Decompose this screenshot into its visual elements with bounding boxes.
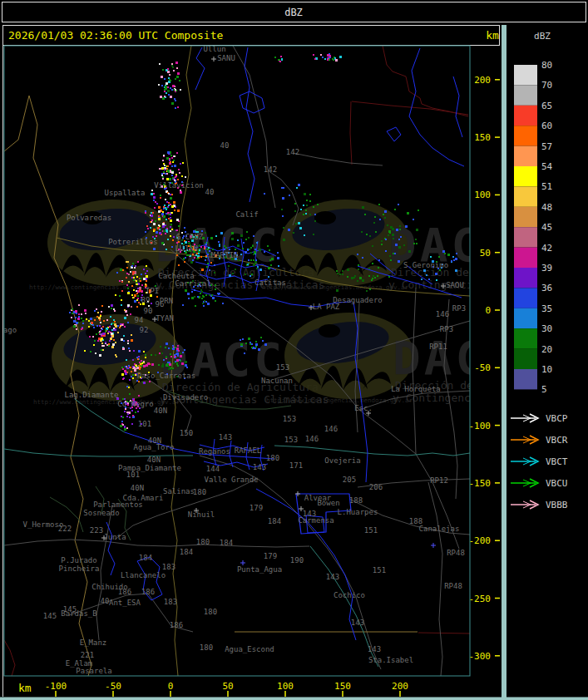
place-label: Reganos xyxy=(199,447,230,456)
scale-tick-label: 60 xyxy=(541,121,552,131)
right-axis-tick-label: -300 xyxy=(469,651,492,662)
place-label: 40N xyxy=(154,407,167,415)
svg-text:http://www.contingencias.mendo: http://www.contingencias.mendoza.gov.ar xyxy=(266,397,413,404)
place-label: S.Geronimo xyxy=(403,261,448,269)
place-label: Potrerillos xyxy=(108,238,158,246)
scale-tick-label: 35 xyxy=(541,303,552,314)
scale-tick-label: 10 xyxy=(541,364,552,375)
place-label: MARTIN xyxy=(211,251,239,259)
legend-item-label: VBCP xyxy=(546,413,568,424)
place-label: 143 xyxy=(351,619,364,627)
place-label: 183 xyxy=(164,598,177,606)
place-label: SAOU xyxy=(446,281,464,289)
place-label: 184 xyxy=(180,548,193,556)
place-label: Sta.Isabel xyxy=(368,656,413,664)
place-label: Canalejas xyxy=(419,525,460,533)
place-label: Pincheira xyxy=(59,564,100,573)
place-label: Cochico xyxy=(334,591,365,599)
place-label: 153 xyxy=(284,436,298,444)
place-label: Ant_ESA xyxy=(109,599,141,607)
place-label: LUJAN xyxy=(175,244,197,253)
place-label: 94 xyxy=(135,316,144,324)
place-label: Valle Grande xyxy=(204,476,258,484)
place-label: Bardas_B xyxy=(61,609,96,618)
bottom-axis-tick-label: -100 xyxy=(45,681,67,692)
legend-item-label: VBCT xyxy=(546,456,568,467)
place-label: Salinas xyxy=(163,487,195,495)
place-label: 188 xyxy=(409,517,422,525)
place-label: 180 xyxy=(266,454,279,462)
place-label: TPI xyxy=(146,287,159,295)
scale-tick-label: 51 xyxy=(541,181,552,192)
place-label: 151 xyxy=(373,566,386,574)
scale-swatch xyxy=(514,65,537,85)
place-label: 221 xyxy=(81,651,94,659)
bottom-axis-tick-label: 200 xyxy=(392,681,408,692)
page-title: dBZ xyxy=(284,7,303,18)
place-label: 40 xyxy=(101,597,110,605)
place-label: 153 xyxy=(276,363,289,372)
place-label: Sosneado xyxy=(83,509,119,517)
place-label: RP3 xyxy=(452,304,466,313)
place-label: Nihuil xyxy=(188,510,215,519)
place-label: 146 xyxy=(324,425,338,433)
place-label: 205 xyxy=(343,476,356,484)
scale-swatch xyxy=(514,166,537,186)
place-label: ago xyxy=(3,326,17,334)
place-label: Pasarela xyxy=(76,667,111,675)
scale-tick-label: 20 xyxy=(541,344,552,355)
place-label: Co_Negro xyxy=(117,400,153,408)
place-label: RP48 xyxy=(447,549,465,557)
scale-tick-label: 45 xyxy=(541,222,552,233)
place-label: 150 xyxy=(180,429,193,437)
right-axis-tick-label: 150 xyxy=(474,132,491,143)
right-axis-tick-label: -150 xyxy=(469,478,492,489)
place-label: 180 xyxy=(200,643,213,652)
scale-tick-label: 39 xyxy=(541,263,552,274)
place-label: Desaguadero xyxy=(333,296,383,304)
place-label: 92 xyxy=(140,326,149,334)
right-axis-tick-label: -200 xyxy=(469,535,492,546)
info-bar: 2026/01/03 02:36:00 UTC Composite km xyxy=(3,26,500,46)
scale-tick-label: 70 xyxy=(541,80,552,91)
place-label: 223 xyxy=(90,526,103,535)
scale-tick-label: 36 xyxy=(541,283,552,293)
scale-tick-label: 5 xyxy=(541,384,547,395)
radar-scene: dBZ 2026/01/03 02:36:00 UTC Composite km… xyxy=(0,0,588,700)
place-label: Nacunan xyxy=(261,377,293,385)
scale-swatch xyxy=(514,126,537,145)
legend-item-label: VBCU xyxy=(546,478,568,489)
place-label: 180 xyxy=(196,538,210,546)
place-label: RAFAEL xyxy=(235,446,262,455)
place-label: RP48 xyxy=(444,582,462,590)
place-label: Villavicion xyxy=(154,181,204,190)
place-label: 40 xyxy=(205,188,215,196)
place-label: 153 xyxy=(283,415,296,423)
right-axis-tick-label: -250 xyxy=(469,594,492,604)
vertical-axis-unit: km xyxy=(486,29,499,42)
place-label: 145 xyxy=(43,612,57,620)
timestamp-label: 2026/01/03 02:36:00 UTC Composite xyxy=(8,29,223,42)
scale-swatch xyxy=(514,288,537,308)
scale-swatch xyxy=(514,328,537,348)
place-label: RP3 xyxy=(440,325,453,333)
legend-item-label: VBCR xyxy=(546,435,568,446)
scale-tick-label: 54 xyxy=(541,161,553,172)
place-label: 40 xyxy=(220,141,230,150)
place-label: 206 xyxy=(369,483,383,491)
place-label: Paso_Carretas xyxy=(137,372,195,380)
place-label: Llancanelo xyxy=(121,571,166,579)
place-label: Junta xyxy=(103,533,126,541)
place-label: 190 xyxy=(290,556,304,564)
place-label: Esc. xyxy=(354,404,373,412)
place-label: P.Jurado xyxy=(61,556,96,564)
right-axis-tick-label: 100 xyxy=(474,190,491,200)
place-label: La Horqueta xyxy=(391,385,441,393)
place-label: G.CRUZ xyxy=(176,233,204,241)
place-label: 184 xyxy=(268,517,281,525)
scale-tick-label: 65 xyxy=(541,101,552,111)
place-label: 40N xyxy=(147,456,161,464)
svg-text:Dirección de Agricultura: Dirección de Agricultura xyxy=(162,381,319,393)
place-label: RP11 xyxy=(429,343,447,351)
place-label: 180 xyxy=(204,608,217,616)
